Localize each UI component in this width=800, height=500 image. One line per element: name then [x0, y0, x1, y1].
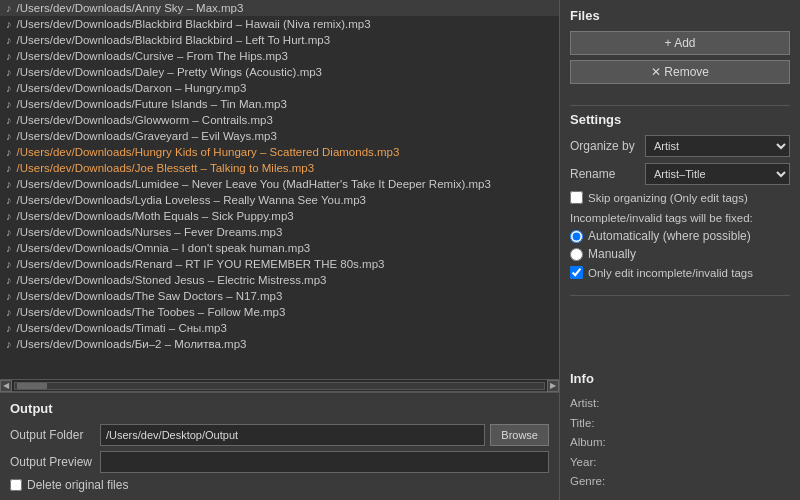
info-title: Info [570, 371, 790, 386]
info-artist: Artist: [570, 394, 790, 414]
only-edit-label: Only edit incomplete/invalid tags [588, 267, 753, 279]
music-icon: ♪ [6, 290, 12, 302]
file-name: /Users/dev/Downloads/Blackbird Blackbird… [17, 34, 331, 46]
list-item[interactable]: ♪/Users/dev/Downloads/Би–2 – Молитва.mp3 [0, 336, 559, 352]
file-name: /Users/dev/Downloads/Би–2 – Молитва.mp3 [17, 338, 247, 350]
list-item[interactable]: ♪/Users/dev/Downloads/Blackbird Blackbir… [0, 32, 559, 48]
list-item[interactable]: ♪/Users/dev/Downloads/Cursive – From The… [0, 48, 559, 64]
music-icon: ♪ [6, 66, 12, 78]
output-preview-label: Output Preview [10, 455, 100, 469]
rename-select[interactable]: Artist–Title Title Track–Title Artist–Al… [645, 163, 790, 185]
file-name: /Users/dev/Downloads/Daley – Pretty Wing… [17, 66, 323, 78]
settings-section: Settings Organize by Artist Album Genre … [570, 112, 790, 279]
auto-radio[interactable] [570, 230, 583, 243]
auto-label: Automatically (where possible) [588, 229, 751, 243]
list-item[interactable]: ♪/Users/dev/Downloads/Omnia – I don't sp… [0, 240, 559, 256]
list-item[interactable]: ♪/Users/dev/Downloads/Lydia Loveless – R… [0, 192, 559, 208]
scroll-track [14, 382, 545, 390]
output-preview-input[interactable] [100, 451, 549, 473]
manual-label: Manually [588, 247, 636, 261]
output-preview-row: Output Preview [10, 451, 549, 473]
file-list[interactable]: ♪/Users/dev/Downloads/Anny Sky – Max.mp3… [0, 0, 559, 380]
scroll-left-btn[interactable]: ◀ [0, 380, 12, 392]
file-name: /Users/dev/Downloads/Darxon – Hungry.mp3 [17, 82, 247, 94]
files-section: Files + Add ✕ Remove [570, 8, 790, 89]
output-panel: Output Output Folder Browse Output Previ… [0, 392, 559, 500]
left-panel: ♪/Users/dev/Downloads/Anny Sky – Max.mp3… [0, 0, 560, 500]
output-folder-row: Output Folder Browse [10, 424, 549, 446]
file-name: /Users/dev/Downloads/Moth Equals – Sick … [17, 210, 294, 222]
music-icon: ♪ [6, 146, 12, 158]
music-icon: ♪ [6, 82, 12, 94]
skip-checkbox[interactable] [570, 191, 583, 204]
delete-checkbox-row: Delete original files [10, 478, 549, 492]
list-item[interactable]: ♪/Users/dev/Downloads/Lumidee – Never Le… [0, 176, 559, 192]
list-item[interactable]: ♪/Users/dev/Downloads/Blackbird Blackbir… [0, 16, 559, 32]
file-name: /Users/dev/Downloads/Joe Blessett – Talk… [17, 162, 315, 174]
organize-label: Organize by [570, 139, 645, 153]
settings-info-divider [570, 295, 790, 296]
file-name: /Users/dev/Downloads/Nurses – Fever Drea… [17, 226, 283, 238]
list-item[interactable]: ♪/Users/dev/Downloads/Graveyard – Evil W… [0, 128, 559, 144]
only-edit-row: Only edit incomplete/invalid tags [570, 266, 790, 279]
list-item[interactable]: ♪/Users/dev/Downloads/Glowworm – Contrai… [0, 112, 559, 128]
delete-checkbox[interactable] [10, 479, 22, 491]
add-button[interactable]: + Add [570, 31, 790, 55]
list-item[interactable]: ♪/Users/dev/Downloads/Moth Equals – Sick… [0, 208, 559, 224]
scroll-right-btn[interactable]: ▶ [547, 380, 559, 392]
info-genre: Genre: [570, 472, 790, 492]
manual-radio[interactable] [570, 248, 583, 261]
organize-select[interactable]: Artist Album Genre Year [645, 135, 790, 157]
list-item[interactable]: ♪/Users/dev/Downloads/The Saw Doctors – … [0, 288, 559, 304]
list-item[interactable]: ♪/Users/dev/Downloads/Renard – RT IF YOU… [0, 256, 559, 272]
skip-row: Skip organizing (Only edit tags) [570, 191, 790, 204]
music-icon: ♪ [6, 130, 12, 142]
file-name: /Users/dev/Downloads/The Toobes – Follow… [17, 306, 286, 318]
file-name: /Users/dev/Downloads/Anny Sky – Max.mp3 [17, 2, 244, 14]
remove-button[interactable]: ✕ Remove [570, 60, 790, 84]
list-item[interactable]: ♪/Users/dev/Downloads/Hungry Kids of Hun… [0, 144, 559, 160]
list-item[interactable]: ♪/Users/dev/Downloads/Daley – Pretty Win… [0, 64, 559, 80]
file-name: /Users/dev/Downloads/Blackbird Blackbird… [17, 18, 371, 30]
info-title-field: Title: [570, 414, 790, 434]
list-item[interactable]: ♪/Users/dev/Downloads/Joe Blessett – Tal… [0, 160, 559, 176]
info-album: Album: [570, 433, 790, 453]
list-item[interactable]: ♪/Users/dev/Downloads/The Toobes – Follo… [0, 304, 559, 320]
info-section: Info Artist: Title: Album: Year: Genre: [570, 371, 790, 492]
music-icon: ♪ [6, 226, 12, 238]
main-container: ♪/Users/dev/Downloads/Anny Sky – Max.mp3… [0, 0, 800, 500]
only-edit-checkbox[interactable] [570, 266, 583, 279]
music-icon: ♪ [6, 306, 12, 318]
info-year: Year: [570, 453, 790, 473]
list-item[interactable]: ♪/Users/dev/Downloads/Anny Sky – Max.mp3 [0, 0, 559, 16]
output-title: Output [10, 401, 549, 416]
file-name: /Users/dev/Downloads/Cursive – From The … [17, 50, 288, 62]
list-item[interactable]: ♪/Users/dev/Downloads/Future Islands – T… [0, 96, 559, 112]
music-icon: ♪ [6, 18, 12, 30]
list-item[interactable]: ♪/Users/dev/Downloads/Darxon – Hungry.mp… [0, 80, 559, 96]
file-name: /Users/dev/Downloads/Omnia – I don't spe… [17, 242, 311, 254]
list-item[interactable]: ♪/Users/dev/Downloads/Stoned Jesus – Ele… [0, 272, 559, 288]
file-name: /Users/dev/Downloads/Hungry Kids of Hung… [17, 146, 400, 158]
music-icon: ♪ [6, 98, 12, 110]
list-item[interactable]: ♪/Users/dev/Downloads/Nurses – Fever Dre… [0, 224, 559, 240]
info-content: Artist: Title: Album: Year: Genre: [570, 394, 790, 492]
file-name: /Users/dev/Downloads/Renard – RT IF YOU … [17, 258, 385, 270]
files-title: Files [570, 8, 790, 23]
output-folder-label: Output Folder [10, 428, 100, 442]
file-name: /Users/dev/Downloads/The Saw Doctors – N… [17, 290, 283, 302]
output-folder-input[interactable] [100, 424, 485, 446]
right-panel: Files + Add ✕ Remove Settings Organize b… [560, 0, 800, 500]
music-icon: ♪ [6, 242, 12, 254]
file-name: /Users/dev/Downloads/Timati – Сны.mp3 [17, 322, 227, 334]
scroll-thumb[interactable] [17, 383, 47, 389]
file-name: /Users/dev/Downloads/Graveyard – Evil Wa… [17, 130, 277, 142]
file-name: /Users/dev/Downloads/Stoned Jesus – Elec… [17, 274, 327, 286]
file-name: /Users/dev/Downloads/Lydia Loveless – Re… [17, 194, 366, 206]
list-item[interactable]: ♪/Users/dev/Downloads/Timati – Сны.mp3 [0, 320, 559, 336]
manual-radio-row: Manually [570, 247, 790, 261]
browse-button[interactable]: Browse [490, 424, 549, 446]
file-name: /Users/dev/Downloads/Lumidee – Never Lea… [17, 178, 491, 190]
music-icon: ♪ [6, 194, 12, 206]
music-icon: ♪ [6, 114, 12, 126]
